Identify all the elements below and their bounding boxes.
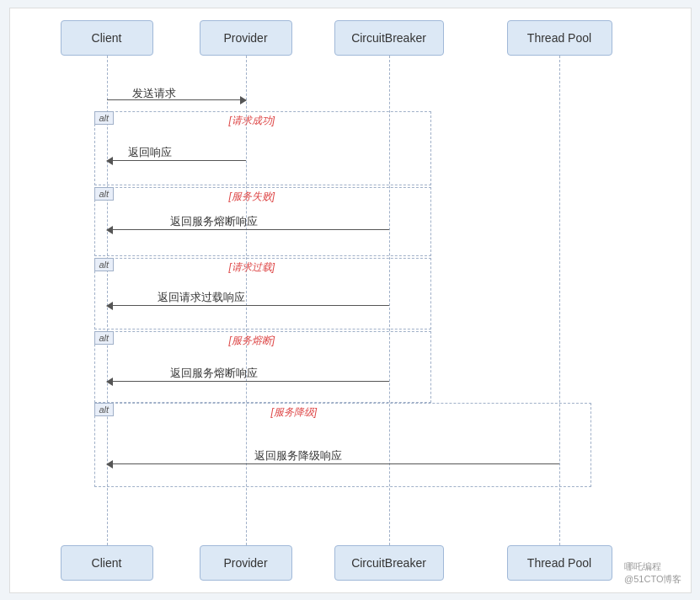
sequence-diagram: Client Provider CircuitBreaker Thread Po… bbox=[9, 8, 692, 593]
actor-tp-bottom: Thread Pool bbox=[507, 545, 612, 581]
condition-5: [服务降级] bbox=[271, 405, 318, 420]
watermark: 哪吒编程@51CTO博客 bbox=[624, 560, 681, 586]
condition-2: [服务失败] bbox=[229, 190, 275, 204]
condition-4: [服务熔断] bbox=[229, 334, 275, 348]
actor-cb-top: CircuitBreaker bbox=[334, 20, 444, 56]
actor-cb-bottom: CircuitBreaker bbox=[334, 545, 444, 581]
alt-label-2: alt bbox=[94, 187, 115, 201]
label-circuit2: 返回服务熔断响应 bbox=[170, 366, 258, 381]
actor-client-top: Client bbox=[61, 20, 153, 56]
arrow-circuit-break bbox=[107, 229, 389, 230]
arrow-degrade bbox=[107, 463, 559, 464]
actor-provider-bottom: Provider bbox=[200, 545, 292, 581]
arrow-overload bbox=[107, 305, 389, 306]
alt-label-5: alt bbox=[94, 403, 115, 416]
condition-3: [请求过载] bbox=[229, 260, 275, 275]
arrow-circuit2 bbox=[107, 381, 389, 382]
actor-client-bottom: Client bbox=[61, 545, 153, 581]
arrow-send-request bbox=[107, 99, 246, 100]
label-circuit-break: 返回服务熔断响应 bbox=[170, 214, 258, 229]
actor-tp-top: Thread Pool bbox=[507, 20, 612, 56]
label-overload: 返回请求过载响应 bbox=[158, 290, 245, 305]
label-degrade: 返回服务降级响应 bbox=[254, 448, 342, 463]
condition-1: [请求成功] bbox=[229, 114, 275, 128]
actor-provider-top: Provider bbox=[200, 20, 292, 56]
alt-label-3: alt bbox=[94, 258, 115, 271]
label-send-request: 发送请求 bbox=[132, 86, 176, 101]
alt-label-1: alt bbox=[94, 111, 115, 125]
arrow-return-response bbox=[107, 160, 246, 161]
alt-degrade bbox=[94, 403, 591, 487]
alt-label-4: alt bbox=[94, 331, 115, 345]
label-return-response: 返回响应 bbox=[128, 145, 172, 160]
